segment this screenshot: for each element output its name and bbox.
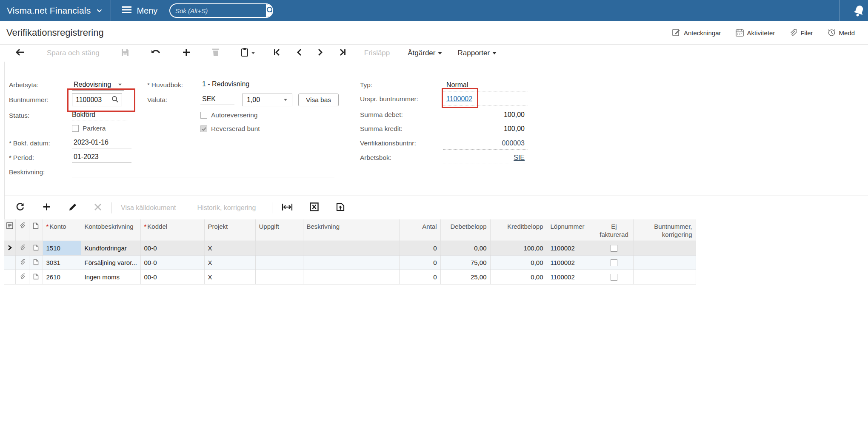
clipboard-menu-button[interactable] [238,46,258,60]
brand-menu[interactable]: Visma.net Financials [0,0,111,21]
cell-buntnummer-korrigering[interactable] [633,270,696,284]
notes-button[interactable]: Anteckningar [672,28,721,38]
parkera-checkbox[interactable] [72,125,79,132]
autoreversering-checkbox[interactable] [200,112,207,119]
cell-konto[interactable]: 2610 [43,270,81,284]
header-kontobeskrivning[interactable]: Kontobeskrivning [81,219,140,241]
cell-konto[interactable]: 1510 [43,241,81,255]
table-row[interactable]: 3031 Försäljning varor... 00-0 X 0 75,00… [4,255,696,270]
table-row[interactable]: 2610 Ingen moms 00-0 X 0 25,00 0,00 1100… [4,270,696,284]
back-button[interactable] [13,47,28,60]
next-record-button[interactable] [315,47,326,60]
header-beskrivning[interactable]: Beskrivning [303,219,399,241]
cell-kontobeskrivning[interactable]: Kundfordringar [81,241,140,255]
table-row[interactable]: 1510 Kundfordringar 00-0 X 0 0,00 100,00… [4,241,696,255]
header-konto[interactable]: *Konto [43,219,81,241]
cell-projekt[interactable]: X [204,241,255,255]
header-lopnummer[interactable]: Löpnummer [547,219,595,241]
notifications-button[interactable] [852,4,866,19]
cell-antal[interactable]: 0 [399,270,440,284]
header-buntnummer-korrigering[interactable]: Buntnummer, korrigering [633,219,696,241]
cell-konto[interactable]: 3031 [43,255,81,270]
search-input[interactable] [170,4,266,17]
row-attachment-cell[interactable] [15,270,29,284]
cell-uppgift[interactable] [255,255,303,270]
header-koddel[interactable]: *Koddel [140,219,204,241]
urspr-buntnummer-link[interactable]: 1100002 [446,95,472,103]
cell-beskrivning[interactable] [303,241,399,255]
fit-width-button[interactable] [280,202,294,214]
cell-debetbelopp[interactable]: 25,00 [440,270,490,284]
cell-lopnummer[interactable]: 1100002 [547,241,595,255]
ej-fakturerad-checkbox[interactable] [611,245,617,252]
cell-kreditbelopp[interactable]: 0,00 [490,270,547,284]
period-value[interactable]: 01-2023 [72,153,131,163]
row-attachment-cell[interactable] [15,255,29,270]
row-note-cell[interactable] [29,241,43,255]
cell-lopnummer[interactable]: 1100002 [547,255,595,270]
cell-buntnummer-korrigering[interactable] [633,255,696,270]
cell-lopnummer[interactable]: 1100002 [547,270,595,284]
prev-record-button[interactable] [294,47,305,60]
grid-settings-header[interactable] [4,219,15,241]
first-record-button[interactable] [271,47,283,60]
export-excel-button[interactable] [308,201,320,215]
messages-button[interactable]: Medd [828,28,855,38]
cell-koddel[interactable]: 00-0 [140,255,204,270]
cell-projekt[interactable]: X [204,270,255,284]
row-note-cell[interactable] [29,270,43,284]
add-button[interactable] [180,46,193,60]
cell-projekt[interactable]: X [204,255,255,270]
cell-beskrivning[interactable] [303,255,399,270]
import-file-button[interactable] [334,201,347,215]
verifikationsbuntnr-link[interactable]: 000003 [502,139,525,147]
last-record-button[interactable] [336,47,349,60]
huvudbok-value[interactable]: 1 - Redovisning [200,80,339,90]
cell-koddel[interactable]: 00-0 [140,241,204,255]
cell-debetbelopp[interactable]: 0,00 [440,241,490,255]
valuta-currency[interactable]: SEK [200,95,234,105]
menu-button[interactable]: Meny [111,0,168,21]
cell-antal[interactable]: 0 [399,241,440,255]
header-uppgift[interactable]: Uppgift [255,219,303,241]
header-ej-fakturerad[interactable]: Ej fakturerad [595,219,633,241]
visa-bas-button[interactable]: Visa bas [298,94,339,106]
buntnummer-input[interactable] [72,96,111,104]
refresh-button[interactable] [14,201,26,215]
arbetsbok-link[interactable]: SIE [514,154,525,162]
lookup-magnifier-icon[interactable] [111,96,122,105]
cell-kontobeskrivning[interactable]: Ingen moms [81,270,140,284]
cell-kreditbelopp[interactable]: 100,00 [490,241,547,255]
attachments-column-header[interactable] [15,219,29,241]
edit-row-button[interactable] [67,201,79,215]
header-antal[interactable]: Antal [399,219,440,241]
header-kreditbelopp[interactable]: Kreditbelopp [490,219,547,241]
undo-button[interactable] [148,47,163,60]
cell-debetbelopp[interactable]: 75,00 [440,255,490,270]
cell-uppgift[interactable] [255,270,303,284]
files-button[interactable]: Filer [789,28,813,38]
cell-buntnummer-korrigering[interactable] [633,241,696,255]
cell-beskrivning[interactable] [303,270,399,284]
search-button[interactable] [266,4,273,17]
ej-fakturerad-checkbox[interactable] [611,274,617,281]
reports-menu-button[interactable]: Rapporter [455,47,499,59]
cell-uppgift[interactable] [255,241,303,255]
activities-button[interactable]: Aktiviteter [736,28,775,38]
cell-kontobeskrivning[interactable]: Försäljning varor... [81,255,140,270]
arbetsyta-select[interactable]: Redovisning [72,80,124,91]
header-projekt[interactable]: Projekt [204,219,255,241]
cell-antal[interactable]: 0 [399,255,440,270]
cell-kreditbelopp[interactable]: 0,00 [490,255,547,270]
row-note-cell[interactable] [29,255,43,270]
ej-fakturerad-checkbox[interactable] [611,259,617,266]
header-debetbelopp[interactable]: Debetbelopp [440,219,490,241]
bokf-datum-value[interactable]: 2023-01-16 [72,139,131,148]
beskrivning-input[interactable] [72,167,334,177]
row-attachment-cell[interactable] [15,241,29,255]
valuta-rate-select[interactable]: 1,00 [242,94,292,106]
cell-koddel[interactable]: 00-0 [140,270,204,284]
add-row-button[interactable] [41,201,52,214]
notes-column-header[interactable] [29,219,43,241]
actions-menu-button[interactable]: Åtgärder [405,47,445,59]
